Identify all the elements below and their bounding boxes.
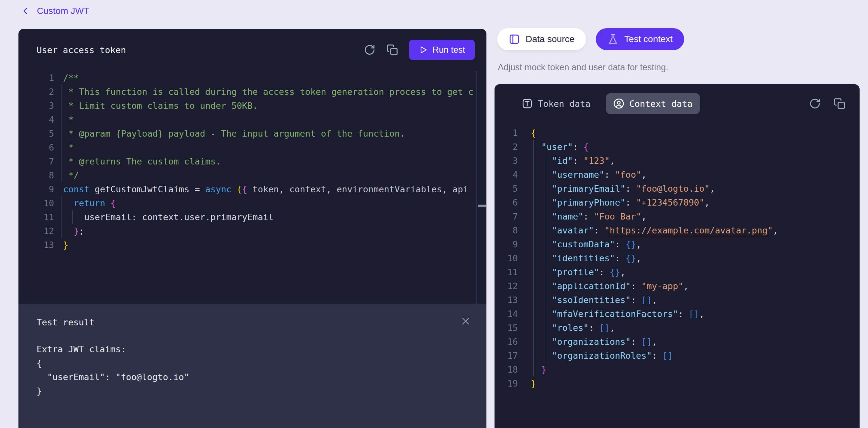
copy-button[interactable]: [386, 44, 398, 56]
custom-jwt-page: Custom JWT User access token: [0, 0, 868, 428]
code-line: 4 *: [19, 113, 487, 127]
line-number: 19: [495, 376, 518, 391]
copy-icon: [386, 44, 398, 56]
code-line: 6 "primaryPhone": "+1234567890",: [495, 195, 860, 210]
tab-token-data-label: Token data: [538, 99, 591, 109]
editor-header: User access token: [19, 29, 487, 71]
code-line: 1{: [495, 126, 860, 140]
refresh-button[interactable]: [364, 44, 375, 56]
tab-context-data[interactable]: Context data: [606, 93, 700, 114]
code-line: 5 * @param {Payload} payload - The input…: [19, 127, 487, 141]
refresh-icon: [809, 98, 821, 110]
line-number: 8: [495, 223, 518, 237]
json-editor[interactable]: 1{2 "user": {3 "id": "123",4 "username":…: [495, 126, 860, 391]
user-circle-icon: [613, 98, 624, 109]
indent-guide: [61, 196, 62, 238]
line-number: 12: [19, 224, 54, 238]
cursor-marker: [478, 205, 486, 207]
code-line: 14 "mfaVerificationFactors": [],: [495, 307, 860, 321]
line-number: 17: [495, 349, 518, 363]
back-button[interactable]: Custom JWT: [20, 6, 89, 16]
code-line: 19}: [495, 376, 860, 391]
close-icon: [460, 315, 471, 327]
code-line: 15 "roles": [],: [495, 321, 860, 335]
line-number: 4: [19, 113, 54, 127]
line-number: 10: [495, 251, 518, 265]
editor-title: User access token: [37, 45, 126, 55]
code-line: 2 * This function is called during the a…: [19, 85, 487, 99]
code-line: 13}: [19, 238, 487, 252]
line-number: 1: [19, 71, 54, 85]
line-number: 11: [495, 265, 518, 279]
play-icon: [419, 45, 428, 54]
code-line: 7 "name": "Foo Bar",: [495, 210, 860, 223]
line-number: 6: [495, 195, 518, 210]
refresh-icon: [364, 44, 375, 56]
code-line: 18 }: [495, 363, 860, 376]
line-number: 14: [495, 307, 518, 321]
test-result-output: Extra JWT claims:{ "userEmail": "foo@log…: [37, 342, 468, 398]
test-context-column: Data source Test context Adjust mock tok…: [495, 0, 860, 428]
breadcrumb: Custom JWT: [20, 6, 89, 16]
data-source-label: Data source: [526, 34, 575, 44]
data-source-button[interactable]: Data source: [497, 28, 586, 50]
data-panel-actions: [809, 98, 845, 110]
line-number: 7: [19, 154, 54, 169]
code-line: 7 * @returns The custom claims.: [19, 154, 487, 169]
data-panel: Token data Context data: [495, 84, 860, 428]
code-line: 3 "id": "123",: [495, 154, 860, 168]
editor-panel: User access token: [19, 29, 487, 428]
context-toggle-row: Data source Test context: [497, 28, 684, 50]
code-line: 8 "avatar": "https://example.com/avatar.…: [495, 223, 860, 237]
test-result-title: Test result: [37, 317, 94, 327]
panel-left-icon: [509, 34, 520, 45]
code-line: 5 "primaryEmail": "foo@logto.io",: [495, 182, 860, 195]
code-line: 10 return {: [19, 196, 487, 210]
code-line: 1/**: [19, 71, 487, 85]
code-editor[interactable]: 1/**2 * This function is called during t…: [19, 71, 487, 304]
code-line: 10 "identities": {},: [495, 251, 860, 265]
test-result-panel: Test result Extra JWT claims:{ "userEmai…: [19, 304, 487, 428]
line-number: 9: [495, 237, 518, 251]
line-number: 10: [19, 196, 54, 210]
code-line: 8 */: [19, 169, 487, 182]
code-line: 12 "applicationId": "my-app",: [495, 279, 860, 293]
line-number: 11: [19, 210, 54, 224]
output-line: {: [37, 356, 468, 370]
line-number: 6: [19, 141, 54, 154]
line-number: 12: [495, 279, 518, 293]
data-refresh-button[interactable]: [809, 98, 821, 110]
output-line: }: [37, 384, 468, 398]
code-line: 11 userEmail: context.user.primaryEmail: [19, 210, 487, 224]
line-number: 2: [495, 140, 518, 154]
line-number: 1: [495, 126, 518, 140]
run-test-button[interactable]: Run test: [409, 40, 475, 60]
line-number: 4: [495, 168, 518, 182]
run-test-label: Run test: [432, 45, 465, 55]
data-panel-header: Token data Context data: [515, 93, 845, 114]
line-number: 3: [495, 154, 518, 168]
line-number: 15: [495, 321, 518, 335]
tab-token-data[interactable]: Token data: [515, 93, 598, 114]
back-label: Custom JWT: [37, 6, 89, 16]
editor-overview-ruler[interactable]: [476, 71, 487, 304]
test-context-button[interactable]: Test context: [596, 28, 684, 50]
data-copy-button[interactable]: [834, 98, 845, 110]
line-number: 9: [19, 182, 54, 196]
code-line: 16 "organizations": [],: [495, 335, 860, 349]
line-number: 2: [19, 85, 54, 99]
line-number: 13: [495, 293, 518, 307]
close-test-result-button[interactable]: [460, 315, 471, 327]
line-number: 16: [495, 335, 518, 349]
test-context-label: Test context: [624, 34, 673, 44]
line-number: 8: [19, 169, 54, 182]
code-line: 6 *: [19, 141, 487, 154]
code-line: 3 * Limit custom claims to under 50KB.: [19, 99, 487, 113]
code-line: 4 "username": "foo",: [495, 168, 860, 182]
chevron-left-icon: [20, 6, 30, 16]
code-line: 17 "organizationRoles": []: [495, 349, 860, 363]
code-line: 13 "ssoIdentities": [],: [495, 293, 860, 307]
indent-guide: [61, 85, 62, 182]
line-number: 5: [495, 182, 518, 195]
indent-guide: [72, 210, 73, 224]
